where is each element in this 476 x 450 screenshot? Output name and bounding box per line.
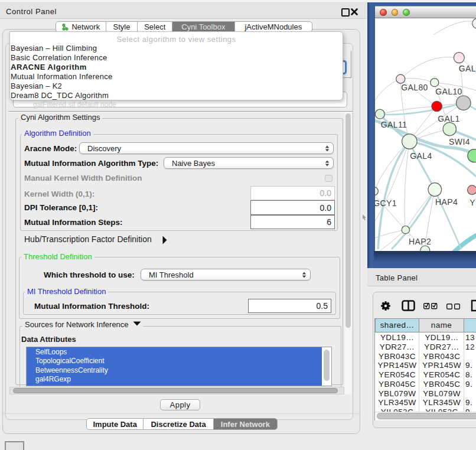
svg-text:GAL1: GAL1 (438, 114, 459, 123)
svg-text:HAP4: HAP4 (435, 197, 458, 207)
svg-text:GCY1: GCY1 (375, 198, 397, 208)
svg-text:GAL7: GAL7 (459, 64, 476, 73)
svg-text:GAL10: GAL10 (435, 87, 462, 96)
svg-text:GAL80: GAL80 (401, 83, 428, 92)
svg-text:Y: Y (470, 198, 475, 207)
svg-text:HAP2: HAP2 (409, 237, 431, 246)
svg-text:SWI4: SWI4 (449, 137, 470, 146)
svg-text:GAL11: GAL11 (381, 120, 407, 129)
svg-text:GAL4: GAL4 (410, 151, 432, 161)
